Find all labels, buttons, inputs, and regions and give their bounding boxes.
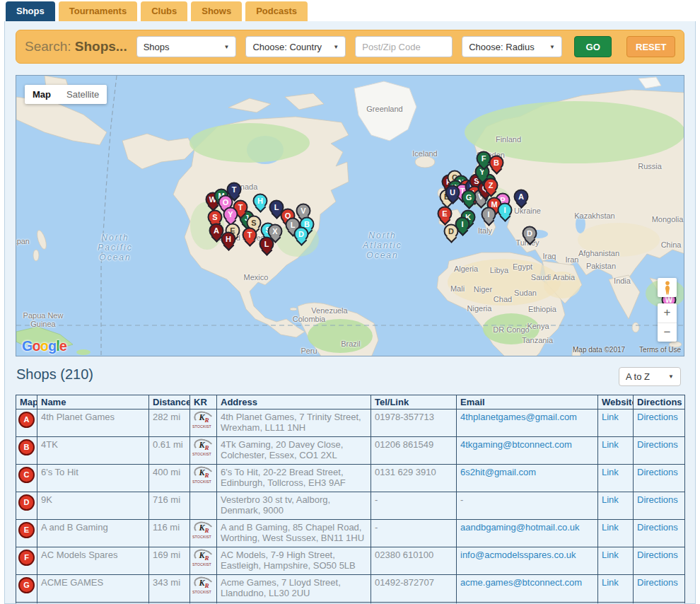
distance: 343 mi — [149, 575, 190, 603]
map-marker-D[interactable]: D — [523, 226, 537, 241]
website-link[interactable]: Link — [602, 494, 619, 505]
email-link[interactable]: acme.games@btconnect.com — [460, 577, 582, 588]
website-link[interactable]: Link — [602, 467, 619, 477]
map-label: Chad — [494, 295, 512, 303]
street-view-pegman-button[interactable] — [658, 278, 677, 297]
kr-stockist-badge: KRSTOCKIST — [193, 467, 214, 485]
map-marker-T[interactable]: T — [243, 228, 257, 243]
tab-shops[interactable]: Shops — [6, 1, 55, 21]
shop-name: A and B Gaming — [37, 520, 149, 547]
website-link[interactable]: Link — [602, 412, 619, 422]
table-row: B4TK0.61 miKRSTOCKIST4Tk Gaming, 20 Dave… — [16, 437, 685, 465]
row-marker-pin-B[interactable]: B — [18, 439, 35, 455]
zoom-in-button[interactable]: + — [658, 303, 677, 323]
email-link[interactable]: info@acmodelsspares.co.uk — [460, 550, 576, 560]
row-marker-pin-G[interactable]: G — [18, 577, 35, 593]
map[interactable]: GreenlandIcelandFinlandSwedenRussiaKazak… — [16, 75, 684, 356]
website-link[interactable]: Link — [602, 550, 619, 560]
website-link[interactable]: Link — [602, 522, 619, 533]
map-marker-I[interactable]: I — [498, 203, 513, 218]
radius-select[interactable]: Choose: Radius ▼ — [462, 36, 562, 57]
directions-link[interactable]: Directions — [637, 522, 678, 533]
tab-podcasts[interactable]: Podcasts — [245, 1, 308, 21]
telephone: - — [371, 492, 457, 520]
row-marker-pin-C[interactable]: C — [18, 467, 35, 483]
map-marker-E[interactable]: E — [438, 207, 453, 221]
map-marker-H[interactable]: H — [253, 194, 268, 209]
map-label: Iraq — [543, 252, 556, 260]
map-label: Iceland — [412, 149, 437, 158]
row-marker-pin-A[interactable]: A — [18, 412, 35, 428]
go-button[interactable]: GO — [574, 36, 612, 57]
map-marker-I[interactable]: I — [482, 207, 496, 222]
directions-link[interactable]: Directions — [637, 439, 678, 450]
map-marker-H[interactable]: H — [221, 232, 236, 247]
map-label: DR Congo — [493, 325, 529, 334]
row-marker-pin-E[interactable]: E — [18, 522, 35, 538]
column-header: Distance — [149, 395, 190, 410]
directions-link[interactable]: Directions — [637, 577, 678, 588]
zip-code-input[interactable] — [355, 36, 453, 57]
email-link[interactable]: 4thplanetgames@gmail.com — [460, 412, 577, 422]
table-row: FAC Models Spares169 miKRSTOCKISTAC Mode… — [16, 547, 685, 575]
distance: 169 mi — [149, 547, 190, 575]
email-link[interactable]: aandbgaming@hotmail.co.uk — [460, 522, 580, 533]
directions-link[interactable]: Directions — [637, 494, 678, 505]
search-bar: Search: Shops... Shops ▼ Choose: Country… — [16, 30, 684, 64]
map-marker-D[interactable]: D — [444, 224, 459, 239]
reset-button[interactable]: RESET — [626, 36, 675, 57]
row-marker-pin-F[interactable]: F — [18, 550, 35, 566]
google-logo: Google — [22, 338, 66, 354]
kr-stockist-badge: KRSTOCKIST — [193, 550, 214, 568]
map-label: North Atlantic Ocean — [363, 231, 402, 260]
map-marker-X[interactable]: X — [268, 224, 283, 239]
map-marker-T[interactable]: T — [227, 182, 242, 197]
map-marker-U[interactable]: U — [445, 185, 460, 200]
map-marker-B[interactable]: B — [489, 156, 504, 170]
website-link[interactable]: Link — [602, 439, 619, 450]
map-marker-A[interactable]: A — [514, 190, 529, 204]
tab-shows[interactable]: Shows — [191, 1, 242, 21]
satellite-view-button[interactable]: Satellite — [59, 89, 107, 100]
map-label: Niger — [474, 285, 492, 294]
distance: 716 mi — [149, 492, 190, 520]
column-header: Directions — [634, 395, 685, 410]
address: AC Models, 7-9 High Street, Eastleigh, H… — [217, 547, 371, 575]
website-link[interactable]: Link — [602, 577, 619, 588]
map-marker-S[interactable]: S — [208, 210, 223, 225]
tab-tournaments[interactable]: Tournaments — [59, 1, 137, 21]
sort-select[interactable]: A to Z ▼ — [619, 367, 681, 386]
map-label: Colombia — [293, 315, 325, 323]
map-marker-V[interactable]: V — [296, 204, 311, 219]
kr-stockist-badge: KRSTOCKIST — [193, 439, 214, 458]
table-row: GACME GAMES343 miKRSTOCKISTAcme Games, 7… — [16, 575, 685, 603]
directions-link[interactable]: Directions — [637, 467, 678, 477]
telephone: 0131 629 3910 — [371, 465, 457, 492]
map-marker-G[interactable]: G — [462, 190, 477, 205]
row-marker-pin-D[interactable]: D — [18, 494, 35, 511]
directions-link[interactable]: Directions — [637, 550, 678, 560]
shop-type-select[interactable]: Shops ▼ — [136, 36, 237, 57]
zoom-out-button[interactable]: − — [658, 323, 677, 342]
map-marker-L[interactable]: L — [259, 237, 274, 252]
tab-clubs[interactable]: Clubs — [141, 1, 187, 21]
shop-name: ACME GAMES — [37, 575, 149, 603]
map-marker-Y[interactable]: Y — [223, 207, 238, 222]
map-view-button[interactable]: Map — [25, 89, 59, 100]
page-panel: Search: Shops... Shops ▼ Choose: Country… — [4, 21, 696, 604]
map-label: Ukraine — [514, 207, 541, 215]
chevron-down-icon: ▼ — [224, 44, 230, 50]
telephone: 01978-357713 — [371, 410, 457, 437]
directions-link[interactable]: Directions — [637, 412, 678, 422]
map-marker-Z[interactable]: Z — [484, 178, 498, 193]
map-marker-D[interactable]: D — [294, 227, 309, 242]
email-link[interactable]: 6s2hit@gmail.com — [460, 467, 536, 477]
radius-value: Choose: Radius — [469, 42, 535, 52]
chevron-down-icon: ▼ — [668, 373, 674, 380]
shop-name: 4th Planet Games — [37, 410, 149, 437]
email-link[interactable]: 4tkgaming@btconnect.com — [460, 439, 572, 450]
pegman-icon — [663, 281, 672, 295]
column-header: Map — [16, 395, 37, 410]
terms-of-use-link[interactable]: Terms of Use — [639, 346, 681, 354]
country-select[interactable]: Choose: Country ▼ — [245, 36, 346, 57]
